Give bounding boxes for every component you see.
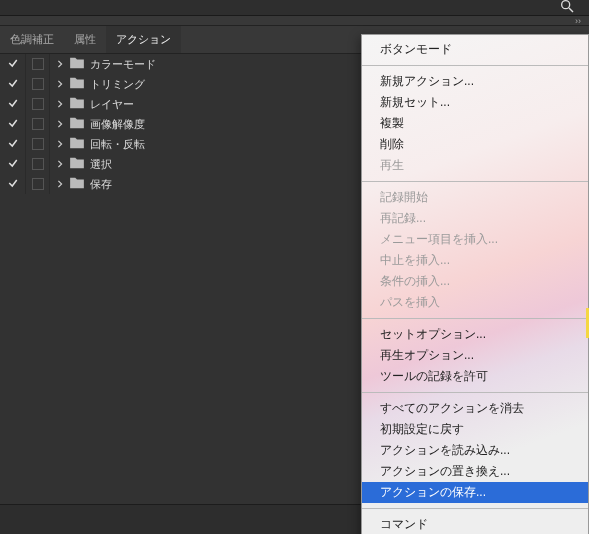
- checkmark-icon: [7, 137, 19, 151]
- tab-label: 色調補正: [10, 32, 54, 47]
- action-enabled-toggle[interactable]: [0, 154, 26, 174]
- menu-item[interactable]: アクションの保存...: [362, 482, 588, 503]
- svg-point-0: [562, 1, 570, 9]
- action-set-label: 画像解像度: [90, 117, 145, 132]
- chevron-right-icon[interactable]: [56, 78, 64, 90]
- tab-color-correction[interactable]: 色調補正: [0, 26, 64, 53]
- folder-icon: [70, 77, 84, 91]
- action-dialog-toggle[interactable]: [26, 154, 50, 174]
- chevron-right-icon[interactable]: [56, 178, 64, 190]
- menu-separator: [362, 392, 588, 393]
- action-enabled-toggle[interactable]: [0, 54, 26, 74]
- action-enabled-toggle[interactable]: [0, 114, 26, 134]
- action-set-label: カラーモード: [90, 57, 156, 72]
- action-dialog-toggle[interactable]: [26, 74, 50, 94]
- menu-item: 再記録...: [362, 208, 588, 229]
- menu-item[interactable]: アクションの置き換え...: [362, 461, 588, 482]
- checkmark-icon: [7, 177, 19, 191]
- menu-item: 記録開始: [362, 187, 588, 208]
- menu-item: 中止を挿入...: [362, 250, 588, 271]
- menu-item[interactable]: セットオプション...: [362, 324, 588, 345]
- action-enabled-toggle[interactable]: [0, 174, 26, 194]
- menu-item[interactable]: コマンド: [362, 514, 588, 534]
- menu-separator: [362, 508, 588, 509]
- tab-label: アクション: [116, 32, 171, 47]
- checkmark-icon: [7, 77, 19, 91]
- folder-icon: [70, 117, 84, 131]
- action-set-label: 保存: [90, 177, 112, 192]
- action-dialog-toggle[interactable]: [26, 134, 50, 154]
- menu-item[interactable]: ボタンモード: [362, 39, 588, 60]
- action-dialog-toggle[interactable]: [26, 114, 50, 134]
- action-dialog-toggle[interactable]: [26, 94, 50, 114]
- dialog-box-icon: [32, 138, 44, 150]
- actions-flyout-menu: ボタンモード新規アクション...新規セット...複製削除再生記録開始再記録...…: [361, 34, 589, 534]
- checkmark-icon: [7, 97, 19, 111]
- menu-item[interactable]: アクションを読み込み...: [362, 440, 588, 461]
- menu-item[interactable]: すべてのアクションを消去: [362, 398, 588, 419]
- chevron-right-icon[interactable]: [56, 138, 64, 150]
- folder-icon: [70, 137, 84, 151]
- dialog-box-icon: [32, 78, 44, 90]
- chevron-right-icon[interactable]: [56, 58, 64, 70]
- menu-item[interactable]: 削除: [362, 134, 588, 155]
- checkmark-icon: [7, 117, 19, 131]
- dialog-box-icon: [32, 178, 44, 190]
- action-dialog-toggle[interactable]: [26, 54, 50, 74]
- search-icon[interactable]: [559, 0, 575, 18]
- menu-separator: [362, 181, 588, 182]
- action-set-label: 回転・反転: [90, 137, 145, 152]
- menu-item: 再生: [362, 155, 588, 176]
- menu-item[interactable]: 初期設定に戻す: [362, 419, 588, 440]
- folder-icon: [70, 57, 84, 71]
- action-set-label: トリミング: [90, 77, 145, 92]
- checkmark-icon: [7, 157, 19, 171]
- menu-item: メニュー項目を挿入...: [362, 229, 588, 250]
- menu-separator: [362, 318, 588, 319]
- tab-label: 属性: [74, 32, 96, 47]
- chevron-right-icon[interactable]: [56, 118, 64, 130]
- menu-item[interactable]: 再生オプション...: [362, 345, 588, 366]
- dialog-box-icon: [32, 118, 44, 130]
- app-top-strip: [0, 0, 589, 16]
- menu-item[interactable]: 新規セット...: [362, 92, 588, 113]
- chevron-right-icon[interactable]: [56, 98, 64, 110]
- action-dialog-toggle[interactable]: [26, 174, 50, 194]
- action-enabled-toggle[interactable]: [0, 74, 26, 94]
- dialog-box-icon: [32, 98, 44, 110]
- menu-item[interactable]: 複製: [362, 113, 588, 134]
- chevron-right-icon[interactable]: [56, 158, 64, 170]
- folder-icon: [70, 97, 84, 111]
- menu-item[interactable]: 新規アクション...: [362, 71, 588, 92]
- action-enabled-toggle[interactable]: [0, 94, 26, 114]
- dialog-box-icon: [32, 158, 44, 170]
- menu-separator: [362, 65, 588, 66]
- menu-item: 条件の挿入...: [362, 271, 588, 292]
- panel-collapse-bar[interactable]: ››: [0, 16, 589, 26]
- tab-actions[interactable]: アクション: [106, 26, 181, 53]
- action-set-label: レイヤー: [90, 97, 134, 112]
- svg-line-1: [569, 8, 573, 12]
- collapse-chevrons-icon: ››: [575, 16, 581, 26]
- menu-item[interactable]: ツールの記録を許可: [362, 366, 588, 387]
- dialog-box-icon: [32, 58, 44, 70]
- menu-item: パスを挿入: [362, 292, 588, 313]
- tab-attributes[interactable]: 属性: [64, 26, 106, 53]
- folder-icon: [70, 157, 84, 171]
- folder-icon: [70, 177, 84, 191]
- action-set-label: 選択: [90, 157, 112, 172]
- action-enabled-toggle[interactable]: [0, 134, 26, 154]
- checkmark-icon: [7, 57, 19, 71]
